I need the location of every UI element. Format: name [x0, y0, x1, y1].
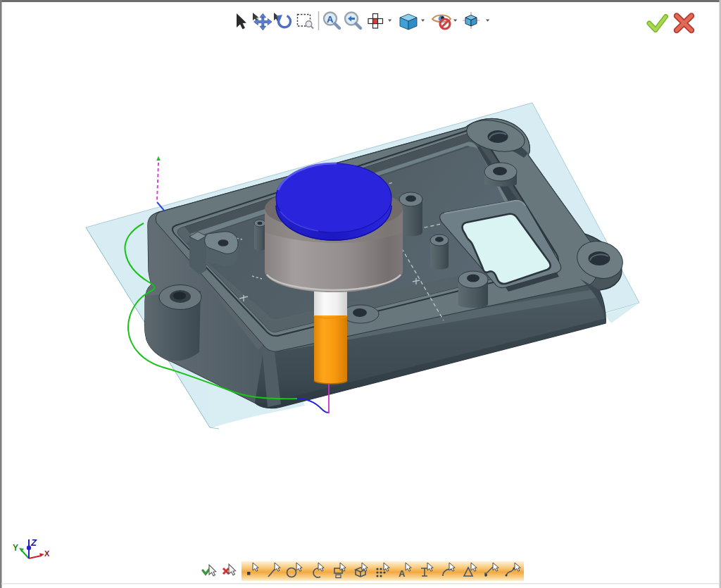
svg-text:X: X: [44, 549, 50, 558]
svg-text:A: A: [399, 568, 406, 579]
svg-text:Y: Y: [13, 543, 18, 553]
svg-text:Z: Z: [30, 537, 37, 548]
svg-text:A: A: [327, 14, 334, 25]
